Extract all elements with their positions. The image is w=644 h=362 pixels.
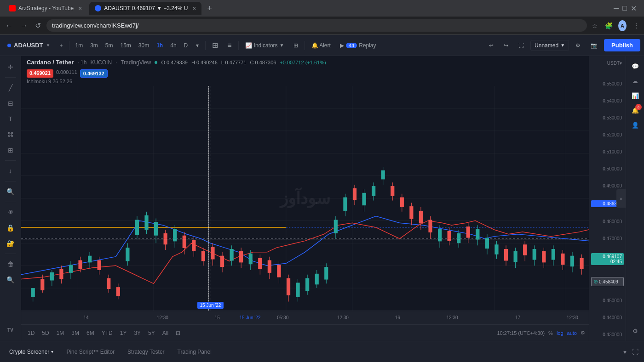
alert-button[interactable]: 🔔 Alert [308, 40, 334, 51]
panel-expand-btn[interactable]: ⛶ [630, 346, 640, 357]
watchlist-tool[interactable]: 👁 [3, 205, 18, 220]
rs-user-btn[interactable]: 👤 [629, 119, 642, 131]
svg-rect-43 [135, 220, 139, 235]
zoom-in-tool[interactable]: ↓ [3, 164, 18, 178]
bottom-panel: Crypto Screener ▾ Pine Script™ Editor St… [0, 341, 644, 362]
btf-all[interactable]: All [160, 328, 171, 338]
symbol-selector[interactable]: ADAUSDT ▼ [4, 40, 54, 51]
btf-ytd[interactable]: YTD [99, 328, 115, 338]
trash-tool[interactable]: 🗑 [3, 257, 18, 272]
chart-date-label: 15 Jun '22 [197, 302, 224, 309]
btf-1d[interactable]: 1D [25, 328, 37, 338]
new-tab-button[interactable]: + [203, 4, 216, 13]
tf-5m[interactable]: 5m [103, 40, 116, 51]
rs-settings-btn[interactable]: ⚙ [629, 324, 642, 337]
svg-rect-25 [50, 272, 54, 281]
tf-4h[interactable]: 4h [167, 40, 179, 51]
add-symbol-button[interactable]: + [56, 40, 66, 51]
measure-tool[interactable]: ⊞ [3, 143, 18, 158]
expand-panel-btn[interactable]: » [616, 189, 626, 208]
tf-1h[interactable]: 1h [154, 40, 166, 51]
btf-5y[interactable]: 5Y [145, 328, 158, 338]
tf-15m[interactable]: 15m [118, 40, 134, 51]
chart-platform: · [115, 59, 117, 66]
btf-6m[interactable]: 6M [84, 328, 97, 338]
maximize-icon[interactable]: □ [622, 4, 627, 13]
btf-1y[interactable]: 1Y [117, 328, 130, 338]
forward-button[interactable]: → [18, 20, 29, 32]
search-tool[interactable]: 🔍 [3, 272, 18, 287]
text-tool[interactable]: T [3, 112, 18, 126]
chart-exchange: KUCOIN [90, 59, 112, 66]
chart-compare-btn[interactable]: ⊡ [173, 328, 183, 338]
tab-youtube[interactable]: ArzStrategy - YouTube ✕ [4, 2, 87, 15]
tf-3m[interactable]: 3m [87, 40, 101, 51]
screenshot-button[interactable]: 📷 [587, 40, 601, 51]
bookmark-icon[interactable]: ☆ [591, 22, 599, 30]
trend-line-tool[interactable]: ╱ [3, 80, 18, 95]
address-bar[interactable] [46, 19, 587, 32]
right-sidebar: 💬 ☁ 📊 🔔 3 👤 ⚙ [626, 56, 644, 341]
chart-style-btn[interactable]: ≡ [224, 40, 235, 51]
tab-tv-close[interactable]: ✕ [192, 6, 196, 11]
tf-1m[interactable]: 1m [72, 40, 86, 51]
tf-30m[interactable]: 30m [136, 40, 152, 51]
menu-icon[interactable]: ⋮ [632, 22, 640, 30]
log-toggle[interactable]: log [557, 330, 564, 336]
svg-rect-57 [201, 251, 205, 261]
panel-tab-pine[interactable]: Pine Script™ Editor [61, 347, 120, 357]
undo-button[interactable]: ↩ [485, 40, 497, 51]
profile-icon[interactable]: A [618, 22, 627, 30]
panel-tab-trading[interactable]: Trading Panel [172, 347, 217, 357]
unnamed-button[interactable]: Unnamed ▼ [530, 40, 569, 51]
settings-gear[interactable]: ⚙ [581, 330, 585, 336]
cursor-tool[interactable]: ✛ [3, 60, 18, 74]
minimize-icon[interactable]: ─ [614, 4, 619, 13]
panel-tab-strategy[interactable]: Strategy Tester [122, 347, 170, 357]
chart-canvas[interactable]: سود‌آوز [21, 86, 589, 311]
btf-3m[interactable]: 3M [69, 328, 82, 338]
svg-rect-29 [69, 265, 73, 273]
percent-toggle[interactable]: % [548, 330, 553, 336]
auto-toggle[interactable]: auto [567, 330, 577, 336]
publish-button[interactable]: Publish [604, 39, 640, 51]
rs-alerts-btn[interactable]: 🔔 3 [629, 104, 642, 117]
tab-tradingview[interactable]: ADAUSDT 0.469107 ▼ −3.24% U ✕ [89, 2, 201, 15]
panel-collapse-btn[interactable]: ▾ [621, 346, 628, 357]
close-icon[interactable]: ✕ [631, 4, 637, 13]
replay-button[interactable]: ▶ 44 Replay [336, 40, 380, 51]
fullscreen-button[interactable]: ⛶ [515, 40, 528, 51]
settings-button[interactable]: ⚙ [572, 40, 584, 51]
magnifier-tool[interactable]: 🔍 [3, 184, 18, 199]
alerts-tool[interactable]: 🔒 [3, 221, 18, 235]
redo-button[interactable]: ↪ [500, 40, 512, 51]
price-labels: 0.469021 0.000111 0.469132 [27, 69, 583, 78]
btf-5d[interactable]: 5D [39, 328, 52, 338]
tool-sep-2 [5, 160, 16, 161]
screener-dropdown[interactable]: ▾ [51, 349, 53, 354]
fib-tool[interactable]: ⊟ [3, 96, 18, 111]
extensions-icon[interactable]: 🧩 [604, 22, 613, 30]
tf-more[interactable]: ▾ [192, 40, 202, 51]
indicators-button[interactable]: 📈 Indicators ▼ [242, 40, 288, 51]
pattern-tool[interactable]: ⌘ [3, 127, 18, 142]
tf-d[interactable]: D [181, 40, 191, 51]
symbol-dropdown[interactable]: ▼ [46, 43, 51, 48]
chart-type-btn[interactable]: ⊞ [208, 39, 222, 51]
back-button[interactable]: ← [4, 20, 15, 32]
toolbar-sep-3 [238, 41, 239, 50]
btf-3y[interactable]: 3Y [131, 328, 144, 338]
layout-button[interactable]: ⊞ [290, 40, 302, 51]
btf-1m[interactable]: 1M [54, 328, 67, 338]
svg-rect-135 [570, 256, 574, 266]
tab-youtube-close[interactable]: ✕ [78, 6, 82, 11]
refresh-button[interactable]: ↺ [33, 19, 43, 32]
svg-rect-33 [88, 256, 92, 263]
svg-rect-91 [362, 193, 366, 205]
lock-tool[interactable]: 🔐 [3, 236, 18, 251]
rs-cloud-btn[interactable]: ☁ [629, 74, 642, 87]
panel-tab-screener[interactable]: Crypto Screener ▾ [4, 347, 59, 357]
rs-data-btn[interactable]: 📊 [629, 89, 642, 102]
chart-area[interactable]: Cardano / Tether · 1h KUCOIN · TradingVi… [21, 56, 589, 341]
rs-chat-btn[interactable]: 💬 [629, 60, 642, 73]
